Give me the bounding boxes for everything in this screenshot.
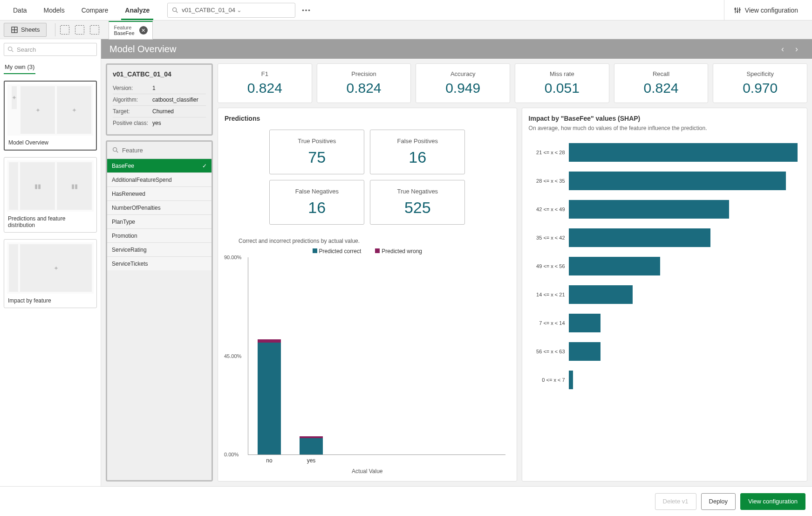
bar: no (258, 339, 281, 454)
feature-item[interactable]: ServiceRating (107, 242, 212, 256)
metric-card: F10.824 (218, 63, 312, 103)
svg-line-1 (176, 11, 177, 13)
metric-card: Specificity0.970 (713, 63, 807, 103)
metric-label: Precision (320, 70, 408, 77)
model-info-value: 1 (152, 85, 206, 91)
shap-row: 21 <= x < 28 (529, 140, 798, 165)
model-info-value: Churned (152, 108, 206, 115)
feature-item[interactable]: PlanType (107, 214, 212, 228)
metric-value: 0.824 (320, 80, 408, 96)
filter-chip-value: BaseFee (114, 30, 134, 36)
svg-point-5 (735, 8, 736, 10)
page-title: Model Overview (109, 44, 176, 55)
search-value: v01_CATBC_01_04 (182, 7, 237, 14)
metric-value: 0.051 (518, 80, 606, 96)
sidebar-search[interactable]: Search (4, 43, 97, 56)
shap-subtitle: On average, how much do values of the fe… (529, 125, 800, 131)
main-area: Model Overview ‹ › v01_CATBC_01_04 Versi… (101, 39, 812, 486)
sidebar-tab-myown[interactable]: My own (3) (4, 61, 35, 74)
delete-button[interactable]: Delete v1 (655, 493, 696, 510)
footer: Delete v1 Deploy View configuration (0, 486, 812, 516)
feature-item[interactable]: Promotion (107, 228, 212, 242)
feature-item[interactable]: HasRenewed (107, 186, 212, 200)
metric-card: Recall0.824 (614, 63, 709, 103)
model-name: v01_CATBC_01_04 (113, 70, 206, 78)
prev-sheet[interactable]: ‹ (776, 44, 790, 54)
metric-card: Accuracy0.949 (416, 63, 510, 103)
sliders-icon (734, 7, 741, 14)
search-icon (7, 46, 14, 53)
feature-list-card: Feature BaseFee✓AdditionalFeatureSpendHa… (106, 140, 213, 482)
model-info-key: Version: (113, 85, 152, 91)
metric-value: 0.949 (419, 80, 507, 96)
metric-label: Miss rate (518, 70, 606, 77)
sheet-thumb-impact[interactable]: ✦ Impact by feature (4, 239, 97, 308)
shap-row: 35 <= x < 42 (529, 225, 798, 250)
next-sheet[interactable]: › (790, 44, 804, 54)
search-icon (171, 7, 179, 14)
svg-line-12 (12, 50, 13, 52)
feature-item[interactable]: BaseFee✓ (107, 158, 212, 172)
model-info-key: Target: (113, 108, 152, 115)
shap-row: 42 <= x < 49 (529, 197, 798, 221)
feature-search[interactable]: Feature (107, 142, 212, 158)
shap-row: 0 <= x < 7 (529, 367, 798, 392)
metric-label: Recall (617, 70, 705, 77)
deploy-button[interactable]: Deploy (701, 493, 736, 510)
more-menu[interactable]: ••• (302, 7, 311, 14)
shap-row: 49 <= x < 56 (529, 254, 798, 278)
feature-item[interactable]: NumberOfPenalties (107, 200, 212, 214)
metric-label: F1 (221, 70, 309, 77)
tab-data[interactable]: Data (5, 1, 35, 20)
chart-legend: Predicted correct Predicted wrong (225, 248, 510, 255)
search-icon (112, 146, 119, 154)
grid-icon (11, 26, 18, 34)
select-tool-2[interactable] (75, 25, 84, 34)
shap-panel: Impact by "BaseFee" values (SHAP) On ave… (522, 108, 807, 482)
feature-item[interactable]: ServiceTickets (107, 256, 212, 270)
view-configuration-top[interactable]: View configuration (724, 0, 807, 20)
sheets-button[interactable]: Sheets (4, 23, 47, 37)
metric-label: Accuracy (419, 70, 507, 77)
predictions-panel: Predictions True Positives75False Positi… (218, 108, 517, 482)
predictions-title: Predictions (225, 115, 510, 122)
model-info-card: v01_CATBC_01_04 Version:1Algorithm:catbo… (106, 63, 213, 136)
select-tool-1[interactable] (60, 25, 69, 34)
close-icon[interactable]: ✕ (139, 26, 148, 34)
sheet-thumb-model-overview[interactable]: ✦ ✦ ✦ Model Overview (4, 81, 97, 151)
confusion-cell: True Positives75 (269, 130, 364, 174)
svg-line-14 (116, 151, 118, 152)
metrics-row: F10.824Precision0.824Accuracy0.949Miss r… (218, 63, 807, 103)
sheets-sidebar: Search My own (3) ✦ ✦ ✦ Model Overview ▮… (0, 39, 101, 486)
metric-card: Precision0.824 (317, 63, 411, 103)
shap-row: 14 <= x < 21 (529, 282, 798, 307)
sub-toolbar: Sheets Feature BaseFee ✕ (0, 21, 812, 39)
svg-point-7 (739, 9, 740, 10)
tab-models[interactable]: Models (35, 1, 73, 20)
filter-chip-label: Feature (114, 25, 134, 30)
metric-card: Miss rate0.051 (515, 63, 609, 103)
model-info-value: yes (152, 120, 206, 126)
filter-chip-feature[interactable]: Feature BaseFee ✕ (109, 21, 152, 40)
model-info-key: Positive class: (113, 120, 152, 126)
feature-item[interactable]: AdditionalFeatureSpend (107, 172, 212, 186)
tab-compare[interactable]: Compare (73, 1, 117, 20)
svg-point-13 (113, 148, 117, 151)
metric-value: 0.824 (221, 80, 309, 96)
confusion-cell: True Negatives525 (370, 180, 465, 225)
subchart-title: Correct and incorrect predictions by act… (239, 238, 510, 244)
model-search[interactable]: v01_CATBC_01_04 ⌄ (167, 3, 295, 18)
select-tool-3[interactable] (90, 25, 99, 34)
shap-row: 56 <= x < 63 (529, 339, 798, 364)
stacked-bar-chart: 0.00%45.00%90.00%noyes (248, 257, 505, 455)
view-configuration-button[interactable]: View configuration (740, 493, 805, 510)
sheet-thumb-predictions[interactable]: ▮▮ ▮▮ Predictions and feature distributi… (4, 157, 97, 233)
model-info-key: Algorithm: (113, 96, 152, 103)
selection-tools (55, 23, 99, 36)
svg-point-0 (173, 7, 177, 11)
tab-analyze[interactable]: Analyze (116, 1, 158, 20)
svg-point-6 (737, 11, 738, 12)
shap-row: 7 <= x < 14 (529, 310, 798, 335)
confusion-cell: False Negatives16 (269, 180, 364, 225)
svg-point-11 (8, 47, 12, 51)
